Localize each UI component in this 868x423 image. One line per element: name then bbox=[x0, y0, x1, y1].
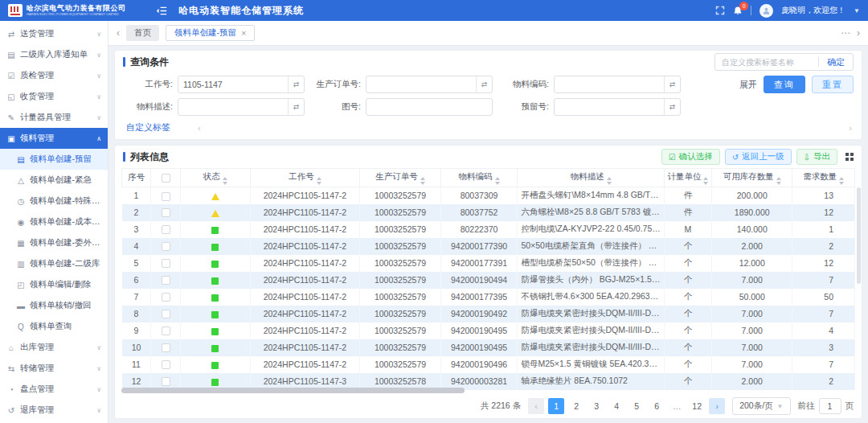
horizontal-scrollbar-thumb[interactable] bbox=[121, 388, 465, 393]
tags-scroll-left-icon[interactable]: ‹ bbox=[198, 123, 201, 133]
sort-icon[interactable] bbox=[776, 177, 781, 185]
page-number[interactable]: 12 bbox=[689, 398, 705, 414]
col-header-select[interactable] bbox=[151, 169, 180, 187]
search-button[interactable]: 查询 bbox=[764, 76, 805, 93]
sidebar-item-material[interactable]: ▣领料管理∧ bbox=[0, 128, 108, 149]
row-checkbox[interactable] bbox=[162, 225, 170, 234]
sidebar-item-create-secondary[interactable]: ▥领料单创建-二级库 bbox=[0, 253, 108, 274]
work-no-input[interactable]: ⇄ bbox=[178, 76, 305, 93]
column-settings-icon[interactable] bbox=[845, 153, 854, 161]
page-number[interactable]: 5 bbox=[628, 398, 645, 414]
sidebar-item-quality[interactable]: ☑质检管理∨ bbox=[0, 65, 108, 86]
row-checkbox[interactable] bbox=[162, 310, 170, 318]
table-row[interactable]: 92024HPC1105-1147-2100032525799420001904… bbox=[122, 322, 855, 339]
sidebar-item-create-cost[interactable]: ◉领料单创建-成本中心 bbox=[0, 212, 108, 232]
row-checkbox[interactable] bbox=[162, 343, 170, 352]
sort-icon[interactable] bbox=[495, 177, 500, 185]
row-checkbox[interactable] bbox=[162, 242, 170, 251]
sidebar-item-return[interactable]: ↺退库管理∨ bbox=[0, 400, 108, 421]
tab-close-icon[interactable]: × bbox=[241, 28, 246, 38]
table-row[interactable]: 102024HPC1105-1147-210003252579942000190… bbox=[122, 339, 855, 356]
tags-scroll-right-icon[interactable]: › bbox=[849, 123, 852, 133]
sort-icon[interactable] bbox=[839, 177, 844, 185]
table-row[interactable]: 72024HPC1105-1147-2100032525799420001773… bbox=[122, 289, 855, 306]
custom-tag-name-input[interactable] bbox=[715, 58, 818, 67]
table-row[interactable]: 12024HPC1105-1147-21000325257980037309开槽… bbox=[122, 187, 855, 204]
fullscreen-icon[interactable] bbox=[715, 6, 725, 15]
sidebar-item-receiving[interactable]: ◱收货管理∨ bbox=[0, 86, 108, 107]
row-checkbox[interactable] bbox=[162, 276, 170, 285]
sort-icon[interactable] bbox=[703, 177, 708, 185]
sidebar-item-create-urgent[interactable]: △领料单创建-紧急 bbox=[0, 170, 108, 191]
col-header-seq[interactable]: 序号 bbox=[122, 169, 151, 187]
table-row[interactable]: 62024HPC1105-1147-2100032525799420001904… bbox=[122, 272, 855, 289]
batch-input-icon[interactable]: ⇄ bbox=[664, 76, 680, 92]
sort-icon[interactable] bbox=[420, 177, 425, 185]
vertical-scrollbar-thumb[interactable] bbox=[857, 187, 861, 284]
reset-button[interactable]: 重置 bbox=[812, 76, 854, 93]
batch-input-icon[interactable]: ⇄ bbox=[288, 76, 304, 92]
drawing-no-input[interactable] bbox=[366, 98, 493, 116]
sidebar-item-outbound[interactable]: ⌂出库管理∨ bbox=[0, 337, 108, 358]
sidebar-item-measuring-tools[interactable]: ✎计量器具管理∨ bbox=[0, 107, 108, 128]
batch-input-icon[interactable]: ⇄ bbox=[288, 99, 304, 115]
table-row[interactable]: 112024HPC1105-1147-210003252579942000190… bbox=[122, 356, 855, 373]
row-checkbox[interactable] bbox=[162, 326, 170, 335]
row-checkbox[interactable] bbox=[162, 360, 170, 369]
row-checkbox[interactable] bbox=[162, 259, 170, 268]
export-button[interactable]: ⇩ 导出 bbox=[796, 149, 837, 165]
page-number[interactable]: 1 bbox=[548, 398, 564, 414]
col-header-material-desc[interactable]: 物料描述 bbox=[518, 169, 664, 187]
custom-tag-link[interactable]: 自定义标签 bbox=[126, 121, 170, 133]
col-header-unit[interactable]: 计量单位 bbox=[664, 169, 711, 187]
goto-page-input[interactable] bbox=[819, 398, 841, 414]
sidebar-item-writeoff-recall[interactable]: ▬领料单核销/撤回 bbox=[0, 295, 108, 316]
expand-link[interactable]: 展开 bbox=[739, 79, 757, 91]
page-number[interactable]: 3 bbox=[588, 398, 604, 414]
tabs-scroll-right-icon[interactable]: › bbox=[857, 27, 860, 39]
row-checkbox[interactable] bbox=[162, 208, 170, 217]
table-row[interactable]: 32024HPC1105-1147-21000325257980222370控制… bbox=[122, 221, 855, 238]
batch-input-icon[interactable]: ⇄ bbox=[664, 99, 680, 115]
col-header-status[interactable]: 状态 bbox=[180, 169, 250, 187]
tabs-more-icon[interactable]: ⋯ bbox=[841, 27, 850, 39]
tabs-scroll-left-icon[interactable]: ‹ bbox=[117, 27, 120, 39]
page-number[interactable]: 4 bbox=[608, 398, 624, 414]
sidebar-item-transfer[interactable]: ⇆转储管理∨ bbox=[0, 358, 108, 379]
table-row[interactable]: 42024HPC1105-1147-2100032525799420001773… bbox=[122, 238, 855, 255]
reserve-no-input[interactable]: ⇄ bbox=[554, 98, 681, 116]
sidebar-item-secondary-inbound[interactable]: ▤二级库入库通知单∨ bbox=[0, 44, 108, 65]
notification-bell-icon[interactable]: 0 bbox=[733, 6, 743, 16]
table-row[interactable]: 82024HPC1105-1147-2100032525799420001904… bbox=[122, 306, 855, 322]
batch-input-icon[interactable]: ⇄ bbox=[476, 76, 492, 92]
select-all-checkbox[interactable] bbox=[162, 174, 170, 183]
sidebar-item-create-reserve[interactable]: ▤领料单创建-预留 bbox=[0, 149, 108, 170]
page-size-select[interactable]: 200条/页 ▼ bbox=[732, 397, 790, 415]
sort-icon[interactable] bbox=[223, 177, 227, 185]
sidebar-item-edit-delete[interactable]: ◰领料单编辑/删除 bbox=[0, 274, 108, 295]
sidebar-item-create-outsource[interactable]: ▦领料单创建-委外组件 bbox=[0, 232, 108, 253]
page-number[interactable]: 2 bbox=[568, 398, 584, 414]
production-order-input[interactable]: ⇄ bbox=[366, 76, 493, 93]
next-page-icon[interactable]: › bbox=[709, 398, 725, 414]
tab-active[interactable]: 领料单创建-预留 × bbox=[166, 25, 255, 41]
table-row[interactable]: 22024HPC1105-1147-21000325257980037752六角… bbox=[122, 204, 855, 221]
sort-icon[interactable] bbox=[317, 177, 321, 185]
back-to-parent-button[interactable]: ↺ 返回上一级 bbox=[725, 149, 792, 165]
col-header-stock[interactable]: 可用库存数量 bbox=[712, 169, 792, 187]
sort-icon[interactable] bbox=[607, 177, 612, 185]
confirm-select-button[interactable]: ☑ 确认选择 bbox=[661, 149, 720, 165]
user-menu-caret-icon[interactable]: ▼ bbox=[854, 7, 860, 14]
page-number[interactable]: 6 bbox=[649, 398, 665, 414]
row-checkbox[interactable] bbox=[162, 377, 170, 386]
col-header-demand[interactable]: 需求数量 bbox=[792, 169, 855, 187]
material-code-input[interactable]: ⇄ bbox=[554, 76, 681, 93]
row-checkbox[interactable] bbox=[162, 192, 170, 201]
tag-confirm-button[interactable]: 确定 bbox=[819, 56, 853, 68]
sidebar-item-create-special[interactable]: ◷领料单创建-特殊项目 bbox=[0, 191, 108, 212]
material-desc-input[interactable]: ⇄ bbox=[178, 98, 305, 116]
collapse-menu-icon[interactable] bbox=[156, 6, 167, 15]
prev-page-icon[interactable]: ‹ bbox=[528, 398, 544, 414]
sidebar-item-delivery[interactable]: ⇄送货管理∨ bbox=[0, 23, 108, 44]
col-header-material-code[interactable]: 物料编码 bbox=[440, 169, 518, 187]
